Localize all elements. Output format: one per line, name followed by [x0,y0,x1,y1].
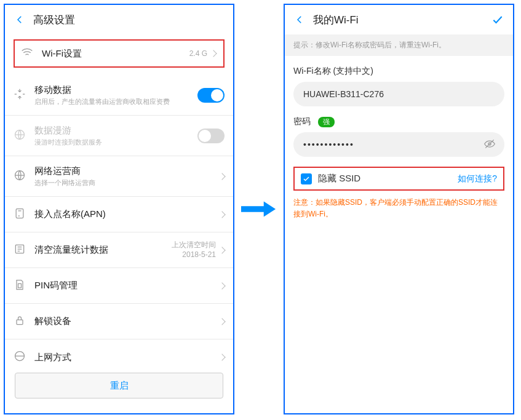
globe-icon [14,169,34,184]
roaming-icon [14,129,34,143]
row-unlock[interactable]: 解锁设备 [5,304,233,339]
confirm-check-icon[interactable] [491,13,504,26]
password-label: 密码 强 [285,106,513,132]
wifi-value: 2.4 G [189,49,207,58]
wifi-icon [21,46,42,61]
chevron-right-icon [218,354,225,360]
right-content: 提示：修改Wi-Fi名称或密码后，请重连Wi-Fi。 Wi-Fi名称 (支持中文… [285,34,513,413]
stats-icon [14,243,34,258]
left-title: 高级设置 [33,13,75,27]
chevron-right-icon [218,211,225,218]
row-wifi-settings[interactable]: Wi-Fi设置 2.4 G [14,39,225,68]
mobile-data-icon [14,88,34,103]
eye-off-icon[interactable] [483,138,496,152]
left-header: 高级设置 [5,5,233,34]
row-pin[interactable]: PIN码管理 [5,268,233,304]
clear-time-value: 2018-5-21 [172,250,216,260]
pin-label: PIN码管理 [34,280,220,291]
password-strength-badge: 强 [318,117,335,127]
row-apn[interactable]: 接入点名称(APN) [5,197,233,232]
chevron-right-icon [218,173,225,180]
chevron-right-icon [218,318,225,325]
wifi-label: Wi-Fi设置 [42,48,189,60]
mobile-data-sub: 启用后，产生的流量将由运营商收取相应资费 [34,97,197,106]
roaming-toggle[interactable] [197,129,225,143]
row-net-mode[interactable]: 上网方式 [5,339,233,363]
back-icon[interactable] [14,14,26,26]
wifi-name-label: Wi-Fi名称 (支持中文) [285,56,513,82]
roaming-sub: 漫游时连接到数据服务 [34,138,197,147]
chevron-right-icon [210,50,217,57]
mobile-data-toggle[interactable] [197,88,225,103]
back-icon[interactable] [293,14,306,26]
right-title: 我的Wi-Fi [313,13,359,27]
clear-stats-label: 清空流量统计数据 [34,244,172,256]
apn-icon [14,207,34,222]
wifi-name-input[interactable]: HUAWEI-B311-C276 [293,82,504,106]
svg-rect-5 [17,320,23,325]
restart-button[interactable]: 重启 [15,373,223,398]
left-content: Wi-Fi设置 2.4 G 移动数据 启用后，产生的流量将由运营商收取相应资费 … [5,34,233,363]
left-footer: 重启 [5,363,233,413]
ssid-warning-text: 注意：如果隐藏SSID，客户端必须手动配置正确的SSID才能连接到Wi-Fi。 [285,197,513,220]
row-carrier[interactable]: 网络运营商 选择一个网络运营商 [5,156,233,197]
right-screen: 我的Wi-Fi 提示：修改Wi-Fi名称或密码后，请重连Wi-Fi。 Wi-Fi… [284,4,514,414]
hide-ssid-label: 隐藏 SSID [318,173,458,184]
password-input[interactable]: •••••••••••• [293,132,504,157]
sim-icon [14,279,34,293]
left-screen: 高级设置 Wi-Fi设置 2.4 G 移动数据 启用后，产生的流量将由运营商收取… [4,4,234,414]
clear-time-label: 上次清空时间 [172,240,216,250]
apn-label: 接入点名称(APN) [34,208,220,220]
row-clear-stats[interactable]: 清空流量统计数据 上次清空时间 2018-5-21 [5,232,233,268]
chevron-right-icon [218,282,225,289]
mobile-data-label: 移动数据 [34,84,197,96]
row-roaming[interactable]: 数据漫游 漫游时连接到数据服务 [5,116,233,156]
chevron-right-icon [218,247,225,253]
unlock-label: 解锁设备 [34,315,220,327]
svg-rect-2 [16,208,23,218]
net-icon [14,350,34,363]
arrow-right-icon [241,200,277,218]
roaming-label: 数据漫游 [34,125,197,137]
right-header: 我的Wi-Fi [285,5,513,34]
carrier-sub: 选择一个网络运营商 [34,178,220,188]
carrier-label: 网络运营商 [34,165,220,177]
hint-text: 提示：修改Wi-Fi名称或密码后，请重连Wi-Fi。 [285,34,513,56]
hide-ssid-row[interactable]: 隐藏 SSID 如何连接? [293,167,504,191]
net-mode-label: 上网方式 [34,352,220,363]
row-mobile-data[interactable]: 移动数据 启用后，产生的流量将由运营商收取相应资费 [5,75,233,116]
hide-ssid-checkbox[interactable] [301,173,312,184]
how-connect-link[interactable]: 如何连接? [458,173,497,184]
svg-rect-4 [18,283,22,288]
lock-icon [14,314,34,329]
